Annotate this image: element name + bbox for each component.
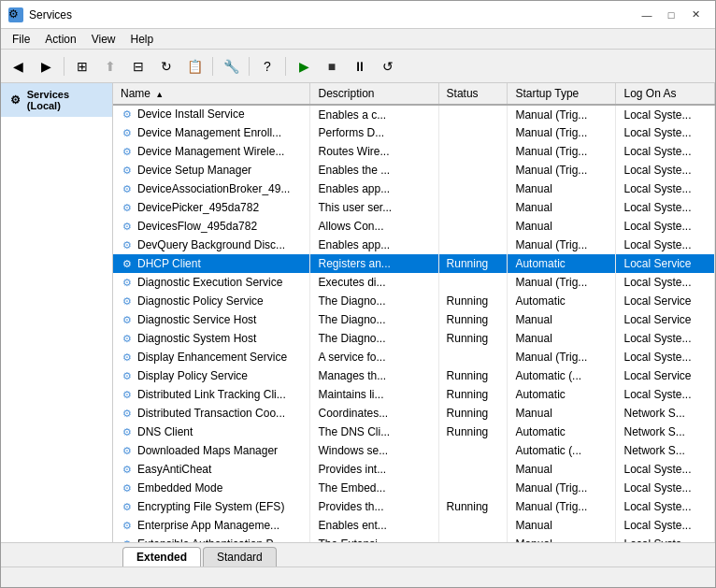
table-row[interactable]: ⚙Display Enhancement ServiceA service fo… xyxy=(113,348,715,366)
service-icon: ⚙ xyxy=(121,500,134,513)
cell-description: Enables app... xyxy=(310,236,438,254)
table-row[interactable]: ⚙Device Setup ManagerEnables the ...Manu… xyxy=(113,161,715,179)
show-hide-button[interactable]: ⊟ xyxy=(125,53,151,79)
cell-status xyxy=(438,105,508,123)
cell-name: ⚙Device Setup Manager xyxy=(113,161,310,179)
menu-file[interactable]: File xyxy=(5,31,37,48)
col-description[interactable]: Description xyxy=(310,83,438,105)
status-bar xyxy=(1,566,715,587)
close-button[interactable]: ✕ xyxy=(683,6,708,24)
sidebar-item-label: Services (Local) xyxy=(27,89,105,111)
cell-logon: Local Syste... xyxy=(616,105,715,123)
service-icon: ⚙ xyxy=(121,407,134,420)
cell-name: ⚙Diagnostic Policy Service xyxy=(113,292,310,310)
restart-button[interactable]: ↺ xyxy=(375,53,401,79)
table-row[interactable]: ⚙Enterprise App Manageme...Enables ent..… xyxy=(113,516,715,535)
main-area: ⚙ Services (Local) Name ▲ Descriptio xyxy=(1,83,715,542)
show-console-tree-button[interactable]: ⊞ xyxy=(69,53,95,79)
table-row[interactable]: ⚙Display Policy ServiceManages th...Runn… xyxy=(113,366,715,385)
cell-name: ⚙Device Install Service xyxy=(113,105,310,123)
service-icon: ⚙ xyxy=(121,108,134,122)
services-table-container[interactable]: Name ▲ Description Status Startup Type xyxy=(113,83,715,542)
cell-logon: Local Syste... xyxy=(616,329,715,348)
table-row[interactable]: ⚙Distributed Link Tracking Cli...Maintai… xyxy=(113,385,715,404)
table-row[interactable]: ⚙Encrypting File System (EFS)Provides th… xyxy=(113,497,715,516)
cell-name: ⚙Diagnostic Service Host xyxy=(113,310,310,329)
cell-name: ⚙Device Management Wirele... xyxy=(113,142,310,161)
table-row[interactable]: ⚙DNS ClientThe DNS Cli...RunningAutomati… xyxy=(113,423,715,441)
col-logon[interactable]: Log On As xyxy=(616,83,715,105)
table-row[interactable]: ⚙Device Management Enroll...Performs D..… xyxy=(113,123,715,142)
col-name[interactable]: Name ▲ xyxy=(113,83,310,105)
cell-name: ⚙Diagnostic System Host xyxy=(113,329,310,348)
separator-3 xyxy=(249,57,250,76)
table-row[interactable]: ⚙Diagnostic Service HostThe Diagno...Run… xyxy=(113,310,715,329)
table-row[interactable]: ⚙DevicesFlow_495da782Allows Con...Manual… xyxy=(113,217,715,236)
title-bar-left: ⚙ Services xyxy=(8,7,72,22)
cell-status xyxy=(438,348,508,366)
export-list-button[interactable]: 📋 xyxy=(181,53,208,79)
tab-extended[interactable]: Extended xyxy=(122,547,201,566)
cell-status: Running xyxy=(438,366,508,385)
cell-description: The Diagno... xyxy=(310,292,438,310)
cell-startup: Manual (Trig... xyxy=(508,479,616,497)
cell-logon: Local Syste... xyxy=(616,535,715,542)
pause-button[interactable]: ⏸ xyxy=(347,53,373,79)
bottom-tabs: Extended Standard xyxy=(1,542,715,566)
table-row[interactable]: ⚙Diagnostic Policy ServiceThe Diagno...R… xyxy=(113,292,715,310)
cell-description: Provides int... xyxy=(310,460,438,479)
table-row[interactable]: ⚙Diagnostic Execution ServiceExecutes di… xyxy=(113,273,715,292)
cell-name: ⚙Distributed Transaction Coo... xyxy=(113,404,310,423)
toolbar: ◀ ▶ ⊞ ⬆ ⊟ ↻ 📋 🔧 ? ▶ ■ ⏸ ↺ xyxy=(1,50,715,83)
menu-view[interactable]: View xyxy=(84,31,123,48)
maximize-button[interactable]: □ xyxy=(659,6,683,24)
col-status[interactable]: Status xyxy=(438,83,508,105)
service-icon: ⚙ xyxy=(121,238,134,251)
services-window: ⚙ Services — □ ✕ File Action View Help ◀… xyxy=(0,0,716,588)
cell-name: ⚙DeviceAssociationBroker_49... xyxy=(113,179,310,198)
minimize-button[interactable]: — xyxy=(635,6,659,24)
services-table: Name ▲ Description Status Startup Type xyxy=(113,83,715,542)
refresh-button[interactable]: ↻ xyxy=(153,53,179,79)
table-row[interactable]: ⚙Embedded ModeThe Embed...Manual (Trig..… xyxy=(113,479,715,497)
cell-status xyxy=(438,236,508,254)
service-icon: ⚙ xyxy=(121,425,134,438)
tab-standard[interactable]: Standard xyxy=(203,547,277,566)
cell-name: ⚙DevQuery Background Disc... xyxy=(113,236,310,254)
stop-button[interactable]: ■ xyxy=(319,53,345,79)
table-row[interactable]: ⚙DeviceAssociationBroker_49...Enables ap… xyxy=(113,179,715,198)
table-row[interactable]: ⚙DevicePicker_495da782This user ser...Ma… xyxy=(113,198,715,217)
title-bar: ⚙ Services — □ ✕ xyxy=(1,1,715,29)
table-row[interactable]: ⚙EasyAntiCheatProvides int...ManualLocal… xyxy=(113,460,715,479)
table-row[interactable]: ⚙DHCP ClientRegisters an...RunningAutoma… xyxy=(113,254,715,273)
table-row[interactable]: ⚙Diagnostic System HostThe Diagno...Runn… xyxy=(113,329,715,348)
service-icon: ⚙ xyxy=(121,276,134,289)
table-row[interactable]: ⚙Downloaded Maps ManagerWindows se...Aut… xyxy=(113,441,715,460)
forward-button[interactable]: ▶ xyxy=(33,53,59,79)
service-icon: ⚙ xyxy=(121,519,134,532)
menu-help[interactable]: Help xyxy=(123,31,162,48)
table-row[interactable]: ⚙DevQuery Background Disc...Enables app.… xyxy=(113,236,715,254)
back-button[interactable]: ◀ xyxy=(5,53,31,79)
cell-startup: Manual xyxy=(508,198,616,217)
col-startup[interactable]: Startup Type xyxy=(508,83,616,105)
cell-name: ⚙Enterprise App Manageme... xyxy=(113,516,310,535)
cell-startup: Manual xyxy=(508,329,616,348)
table-row[interactable]: ⚙Device Install ServiceEnables a c...Man… xyxy=(113,105,715,123)
help-button[interactable]: ? xyxy=(254,53,280,79)
menu-action[interactable]: Action xyxy=(37,31,83,48)
cell-name: ⚙Device Management Enroll... xyxy=(113,123,310,142)
table-row[interactable]: ⚙Extensible Authentication P...The Exten… xyxy=(113,535,715,542)
play-button[interactable]: ▶ xyxy=(291,53,317,79)
properties-button[interactable]: 🔧 xyxy=(218,53,244,79)
table-body: ⚙Device Install ServiceEnables a c...Man… xyxy=(113,105,715,542)
service-icon: ⚙ xyxy=(121,257,134,270)
table-row[interactable]: ⚙Distributed Transaction Coo...Coordinat… xyxy=(113,404,715,423)
cell-startup: Manual (Trig... xyxy=(508,273,616,292)
cell-description: Enables app... xyxy=(310,179,438,198)
cell-description: Enables the ... xyxy=(310,161,438,179)
sidebar: ⚙ Services (Local) xyxy=(1,83,113,542)
table-row[interactable]: ⚙Device Management Wirele...Routes Wire.… xyxy=(113,142,715,161)
sidebar-item-services-local[interactable]: ⚙ Services (Local) xyxy=(1,83,112,117)
cell-status: Running xyxy=(438,423,508,441)
